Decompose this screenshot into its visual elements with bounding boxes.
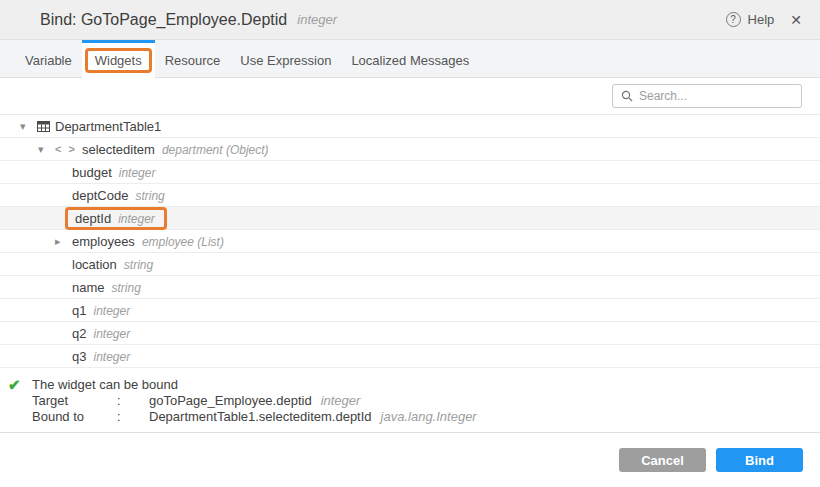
search-box bbox=[612, 84, 802, 108]
caret-down-icon[interactable]: ▾ bbox=[38, 144, 55, 155]
help-label: Help bbox=[748, 12, 775, 27]
search-row bbox=[0, 78, 820, 115]
tree-row-deptCode[interactable]: deptCodestring bbox=[0, 184, 820, 207]
tab-variable[interactable]: Variable bbox=[15, 40, 82, 77]
node-type: integer bbox=[93, 327, 130, 341]
tab-resource[interactable]: Resource bbox=[155, 40, 231, 77]
status-detail-grid: Target:goToPage_Employee.deptidinteger B… bbox=[32, 393, 477, 425]
caret-down-icon[interactable]: ▾ bbox=[20, 121, 37, 132]
dialog-header: Bind: GoToPage_Employee.Deptid integer ?… bbox=[0, 0, 820, 40]
status-row-value: goToPage_Employee.deptidinteger bbox=[149, 393, 477, 409]
help-icon: ? bbox=[726, 12, 741, 27]
node-label: employees bbox=[72, 234, 135, 249]
node-label: deptId bbox=[75, 211, 111, 226]
tree-row-q1[interactable]: q1integer bbox=[0, 299, 820, 322]
tree-row-budget[interactable]: budgetinteger bbox=[0, 161, 820, 184]
tree-row-q3[interactable]: q3integer bbox=[0, 345, 820, 368]
tree-row-name[interactable]: namestring bbox=[0, 276, 820, 299]
tab-label: Resource bbox=[165, 51, 221, 70]
node-label: budget bbox=[72, 165, 112, 180]
object-icon: < > bbox=[55, 143, 77, 155]
tree-row-DepartmentTable1[interactable]: ▾ DepartmentTable1 bbox=[0, 115, 820, 138]
tab-label: Widgets bbox=[85, 48, 152, 73]
status-row-label: Target bbox=[32, 393, 117, 409]
annotation-highlight: deptIdinteger bbox=[65, 207, 167, 230]
tab-bar: Variable Widgets Resource Use Expression… bbox=[0, 40, 820, 78]
check-icon: ✔ bbox=[8, 377, 32, 432]
table-icon bbox=[37, 121, 50, 132]
node-label: q3 bbox=[72, 349, 86, 364]
status-row-label: Bound to bbox=[32, 409, 117, 425]
node-label: deptCode bbox=[72, 188, 128, 203]
search-icon bbox=[621, 90, 633, 102]
help-button[interactable]: ? Help bbox=[726, 12, 775, 27]
close-icon[interactable]: ✕ bbox=[790, 13, 802, 27]
tab-localized-messages[interactable]: Localized Messages bbox=[341, 40, 479, 77]
status-message: The widget can be bound bbox=[32, 377, 477, 393]
node-type: integer bbox=[93, 350, 130, 364]
tab-widgets[interactable]: Widgets bbox=[82, 40, 155, 78]
node-label: selecteditem bbox=[82, 142, 155, 157]
tab-label: Variable bbox=[25, 51, 72, 70]
status-row-value: DepartmentTable1.selecteditem.deptIdjava… bbox=[149, 409, 477, 425]
node-type: string bbox=[124, 258, 153, 272]
tree-row-deptId[interactable]: deptIdinteger bbox=[0, 207, 820, 230]
status-row-type: integer bbox=[321, 393, 361, 408]
tab-use-expression[interactable]: Use Expression bbox=[230, 40, 341, 77]
cancel-button[interactable]: Cancel bbox=[619, 448, 706, 472]
tree-row-q2[interactable]: q2integer bbox=[0, 322, 820, 345]
node-type: string bbox=[112, 281, 141, 295]
node-type: integer bbox=[93, 304, 130, 318]
header-actions: ? Help ✕ bbox=[726, 12, 802, 27]
widget-tree: ▾ DepartmentTable1 ▾ < > selecteditemdep… bbox=[0, 115, 820, 368]
node-type: department (Object) bbox=[162, 143, 269, 157]
dialog-title-type: integer bbox=[297, 12, 337, 27]
node-label: DepartmentTable1 bbox=[55, 119, 161, 134]
node-label: q2 bbox=[72, 326, 86, 341]
search-input[interactable] bbox=[639, 89, 793, 103]
node-type: integer bbox=[118, 212, 155, 226]
bind-button[interactable]: Bind bbox=[716, 448, 803, 472]
caret-right-icon[interactable]: ▸ bbox=[55, 236, 72, 247]
tree-row-location[interactable]: locationstring bbox=[0, 253, 820, 276]
node-type: string bbox=[135, 189, 164, 203]
node-type: employee (List) bbox=[142, 235, 224, 249]
status-row-type: java.lang.Integer bbox=[381, 409, 477, 424]
node-label: location bbox=[72, 257, 117, 272]
dialog-footer: Cancel Bind bbox=[0, 433, 820, 487]
bind-status: ✔ The widget can be bound Target:goToPag… bbox=[0, 368, 820, 433]
bind-dialog: Bind: GoToPage_Employee.Deptid integer ?… bbox=[0, 0, 820, 487]
node-type: integer bbox=[119, 166, 156, 180]
dialog-title: Bind: GoToPage_Employee.Deptid bbox=[40, 11, 287, 29]
node-label: name bbox=[72, 280, 105, 295]
tab-label: Use Expression bbox=[240, 51, 331, 70]
tab-label: Localized Messages bbox=[351, 51, 469, 70]
tree-row-employees[interactable]: ▸ employeesemployee (List) bbox=[0, 230, 820, 253]
node-label: q1 bbox=[72, 303, 86, 318]
tree-row-selecteditem[interactable]: ▾ < > selecteditemdepartment (Object) bbox=[0, 138, 820, 161]
